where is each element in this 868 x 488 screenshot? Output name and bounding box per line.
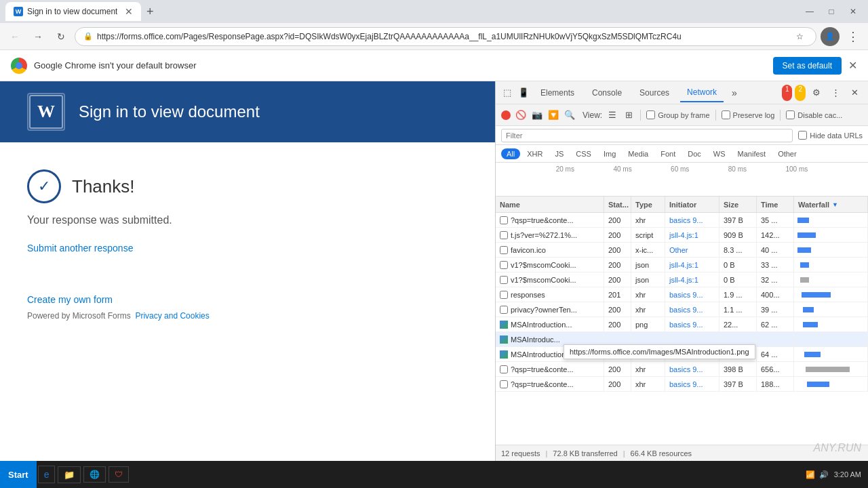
type-filter-font[interactable]: Font (655, 148, 681, 159)
hide-data-urls-input[interactable] (798, 131, 807, 140)
preserve-log-input[interactable] (722, 110, 730, 119)
td-initiator[interactable]: basics 9... (665, 317, 719, 331)
record-button[interactable] (501, 110, 511, 120)
start-button[interactable]: Start (0, 461, 37, 488)
new-tab-button[interactable]: + (144, 2, 157, 22)
tab-network[interactable]: Network (680, 83, 724, 102)
th-type[interactable]: Type (631, 197, 665, 212)
taskbar-chrome-icon[interactable]: 🌐 (83, 466, 106, 483)
row-checkbox[interactable] (500, 231, 508, 239)
type-filter-img[interactable]: Img (598, 148, 621, 159)
td-initiator[interactable]: basics 9... (665, 213, 719, 227)
devtools-more-tabs[interactable]: » (728, 85, 741, 101)
row-checkbox[interactable] (500, 380, 508, 388)
table-row[interactable]: favicon.ico 200 x-ic... Other 8.3 ... 40… (496, 243, 868, 258)
bookmark-button[interactable]: ☆ (791, 28, 808, 45)
devtools-settings-button[interactable]: ⚙ (808, 85, 825, 101)
type-filter-all[interactable]: All (501, 148, 520, 159)
set-default-button[interactable]: Set as default (773, 57, 842, 75)
row-checkbox[interactable] (500, 216, 508, 224)
type-filter-manifest[interactable]: Manifest (732, 148, 772, 159)
table-row[interactable]: v1?$mscomCooki... 200 json jsll-4.js:1 0… (496, 272, 868, 287)
th-status[interactable]: Stat... (604, 197, 631, 212)
disable-cache-checkbox[interactable]: Disable cac... (786, 110, 842, 119)
minimize-button[interactable]: — (800, 2, 819, 21)
sort-arrow-icon: ▼ (832, 201, 838, 208)
table-row[interactable]: responses 201 xhr basics 9... 1.9 ... 40… (496, 287, 868, 302)
table-row[interactable]: ?qsp=true&conte... 200 xhr basics 9... 3… (496, 377, 868, 392)
type-filter-doc[interactable]: Doc (682, 148, 707, 159)
th-waterfall[interactable]: Waterfall ▼ (794, 197, 868, 212)
row-checkbox[interactable] (500, 306, 508, 314)
taskbar-shield-icon[interactable]: 🛡 (108, 466, 129, 483)
table-row[interactable]: v1?$mscomCooki... 200 json jsll-4.js:1 0… (496, 258, 868, 272)
table-row[interactable]: MSAIntroduc... https://forms.office.com/… (496, 332, 868, 347)
filter-input[interactable] (501, 129, 793, 142)
banner-close-button[interactable]: ✕ (848, 59, 857, 72)
preserve-log-checkbox[interactable]: Preserve log (722, 110, 775, 119)
browser-menu-button[interactable]: ⋮ (844, 27, 863, 46)
row-checkbox[interactable] (500, 261, 508, 269)
refresh-button[interactable]: ↻ (52, 27, 71, 46)
type-filter-xhr[interactable]: XHR (521, 148, 548, 159)
tab-console[interactable]: Console (585, 84, 629, 102)
clear-button[interactable]: 🚫 (515, 109, 527, 121)
profile-button[interactable]: 👤 (821, 27, 840, 46)
group-by-frame-input[interactable] (646, 110, 655, 119)
table-row[interactable]: MSAIntroduction... 200 png basics 9... 2… (496, 317, 868, 332)
row-checkbox[interactable] (500, 276, 508, 284)
table-row[interactable]: t.js?ver=%272.1%... 200 script jsll-4.js… (496, 228, 868, 243)
td-initiator[interactable]: basics 9... (665, 287, 719, 302)
type-filter-other[interactable]: Other (772, 148, 802, 159)
inspect-icon[interactable]: ⬚ (501, 87, 513, 99)
table-row[interactable]: ?qsp=true&conte... 200 xhr basics 9... 3… (496, 362, 868, 377)
type-filter-ws[interactable]: WS (708, 148, 731, 159)
type-filter-js[interactable]: JS (549, 148, 569, 159)
create-form-link[interactable]: Create my own form (27, 294, 468, 305)
default-browser-banner: Google Chrome isn't your default browser… (0, 50, 868, 81)
td-status: 200 (604, 317, 631, 331)
tab-elements[interactable]: Elements (534, 84, 581, 102)
type-filter-media[interactable]: Media (623, 148, 654, 159)
tab-close-button[interactable]: ✕ (125, 6, 133, 17)
td-initiator[interactable]: Other (665, 243, 719, 257)
th-time[interactable]: Time (757, 197, 794, 212)
address-bar[interactable]: 🔒 https://forms.office.com/Pages/Respons… (75, 27, 816, 46)
th-name[interactable]: Name (496, 197, 604, 212)
list-view-button[interactable]: ☰ (606, 109, 618, 121)
capture-screenshot-button[interactable]: 📷 (531, 109, 543, 121)
th-size[interactable]: Size (719, 197, 757, 212)
row-checkbox[interactable] (500, 365, 508, 373)
table-row[interactable]: ?qsp=true&conte... 200 xhr basics 9... 3… (496, 213, 868, 228)
group-view-button[interactable]: ⊞ (623, 109, 635, 121)
devtools-more-button[interactable]: ⋮ (827, 85, 844, 101)
td-initiator[interactable]: basics 9... (665, 362, 719, 376)
tab-sources[interactable]: Sources (633, 84, 676, 102)
forward-button[interactable]: → (28, 27, 47, 46)
table-row[interactable]: privacy?ownerTen... 200 xhr basics 9... … (496, 302, 868, 317)
hide-data-urls-checkbox[interactable]: Hide data URLs (798, 131, 863, 140)
taskbar-ie-icon[interactable]: e (38, 466, 56, 483)
maximize-button[interactable]: □ (822, 2, 841, 21)
privacy-link[interactable]: Privacy and Cookies (135, 311, 209, 321)
taskbar-folder-icon[interactable]: 📁 (58, 466, 81, 483)
back-button[interactable]: ← (5, 27, 24, 46)
th-initiator[interactable]: Initiator (665, 197, 719, 212)
submit-another-link[interactable]: Submit another response (27, 243, 468, 253)
filter-toggle-button[interactable]: 🔽 (547, 109, 559, 121)
device-toolbar-icon[interactable]: 📱 (517, 87, 530, 99)
devtools-close-button[interactable]: ✕ (846, 85, 863, 101)
row-checkbox[interactable] (500, 291, 508, 299)
td-initiator[interactable]: basics 9... (665, 302, 719, 317)
td-initiator[interactable]: basics 9... (665, 377, 719, 391)
td-initiator[interactable]: jsll-4.js:1 (665, 272, 719, 287)
td-initiator[interactable]: jsll-4.js:1 (665, 228, 719, 242)
close-button[interactable]: ✕ (844, 2, 863, 21)
search-button[interactable]: 🔍 (564, 109, 576, 121)
browser-tab[interactable]: W Sign in to view document ✕ (5, 2, 141, 21)
group-by-frame-checkbox[interactable]: Group by frame (646, 110, 709, 119)
type-filter-css[interactable]: CSS (570, 148, 597, 159)
disable-cache-input[interactable] (786, 110, 795, 119)
td-initiator[interactable]: jsll-4.js:1 (665, 258, 719, 272)
row-checkbox[interactable] (500, 246, 508, 254)
